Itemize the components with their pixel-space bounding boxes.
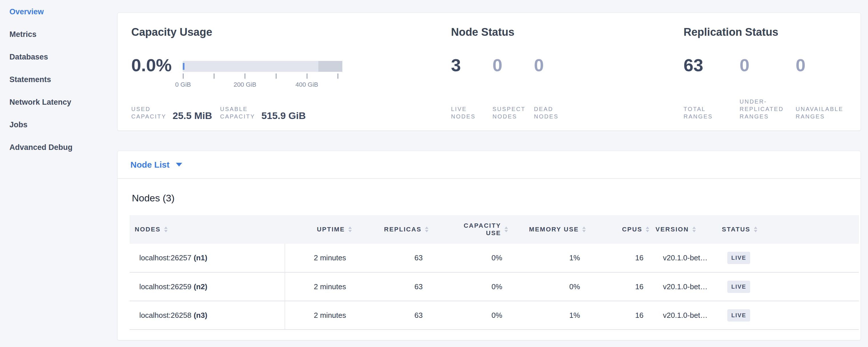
sidebar-item-jobs[interactable]: Jobs [9, 114, 104, 136]
stat-column: 0UNAVAILABLE RANGES [796, 56, 852, 120]
sidebar-nav: OverviewMetricsDatabasesStatementsNetwor… [9, 1, 104, 159]
column-header-label: NODES [135, 226, 161, 233]
column-header-capacity-use[interactable]: CAPACITY USE [430, 215, 509, 244]
node-id: (n2) [194, 282, 207, 291]
node-list-selector-label: Node List [130, 160, 169, 170]
stat-label: TOTAL RANGES [684, 105, 740, 120]
cell-cpus: 16 [587, 244, 650, 272]
node-status-stats: 3LIVE NODES0SUSPECT NODES0DEAD NODES [451, 56, 684, 120]
column-header-label: REPLICAS [384, 226, 422, 233]
node-id: (n1) [194, 253, 207, 262]
capacity-stat: USABLE CAPACITY515.9 GiB [220, 105, 306, 120]
capacity-axis: 0 GiB200 GiB400 GiB [183, 73, 342, 91]
cluster-summary-card: Capacity Usage 0.0% 0 GiB200 GiB400 GiB … [117, 12, 861, 131]
cell-version: v20.1.0-bet… [650, 272, 717, 301]
node-status-title: Node Status [451, 26, 684, 38]
main-content: Capacity Usage 0.0% 0 GiB200 GiB400 GiB … [117, 12, 861, 340]
node-address: localhost:26258 [139, 311, 191, 319]
stat-value: 3 [451, 56, 493, 74]
stat-label: UNAVAILABLE RANGES [796, 105, 852, 120]
stat-value: 0 [796, 56, 852, 74]
sidebar-item-databases[interactable]: Databases [9, 46, 104, 68]
sort-icon [164, 227, 167, 232]
column-header-cpus[interactable]: CPUS [587, 215, 650, 244]
nodes-table-body: localhost:26257(n1)2 minutes630%1%16v20.… [129, 244, 859, 329]
column-header-label: CPUS [622, 226, 642, 233]
cell-memory_use: 0% [509, 272, 587, 301]
cell-replicas: 63 [353, 301, 430, 329]
sidebar-item-statements[interactable]: Statements [9, 68, 104, 91]
node-address: localhost:26259 [139, 282, 191, 291]
cell-version: v20.1.0-bet… [650, 244, 717, 272]
cell-version: v20.1.0-bet… [650, 301, 717, 329]
stat-column: 0SUSPECT NODES [493, 56, 534, 120]
sidebar-item-advanced-debug[interactable]: Advanced Debug [9, 136, 104, 159]
capacity-bar-used-marker [183, 63, 184, 70]
column-header-uptime[interactable]: UPTIME [285, 215, 353, 244]
cell-memory_use: 1% [509, 301, 587, 329]
node-status-section: Node Status 3LIVE NODES0SUSPECT NODES0DE… [451, 26, 684, 120]
sort-icon [425, 227, 428, 232]
column-header-memory-use[interactable]: MEMORY USE [509, 215, 587, 244]
capacity-stat-value: 25.5 MiB [173, 111, 212, 120]
cell-capacity_use: 0% [430, 301, 509, 329]
capacity-stat: USED CAPACITY25.5 MiB [131, 105, 212, 120]
stat-label: SUSPECT NODES [493, 105, 534, 120]
replication-status-title: Replication Status [684, 26, 852, 38]
capacity-stat-value: 515.9 GiB [261, 111, 306, 120]
replication-status-stats: 63TOTAL RANGES0UNDER- REPLICATED RANGES0… [684, 56, 852, 120]
cell-cpus: 16 [587, 301, 650, 329]
capacity-usage-section: Capacity Usage 0.0% 0 GiB200 GiB400 GiB … [131, 26, 451, 120]
capacity-bar-usable-segment [183, 61, 318, 72]
cell-capacity_use: 0% [430, 244, 509, 272]
stat-column: 63TOTAL RANGES [684, 56, 740, 120]
cell-uptime: 2 minutes [285, 301, 353, 329]
sidebar-item-network-latency[interactable]: Network Latency [9, 91, 104, 114]
nodes-heading: Nodes (3) [132, 192, 858, 204]
table-row[interactable]: localhost:26257(n1)2 minutes630%1%16v20.… [129, 244, 859, 272]
capacity-bar-chart: 0 GiB200 GiB400 GiB [183, 61, 342, 91]
status-badge: LIVE [727, 309, 750, 321]
sort-icon [582, 227, 586, 232]
cell-capacity_use: 0% [430, 272, 509, 301]
node-list-selector[interactable]: Node List [118, 151, 861, 179]
cell-uptime: 2 minutes [285, 272, 353, 301]
stat-column: 3LIVE NODES [451, 56, 493, 120]
table-row[interactable]: localhost:26258(n3)2 minutes630%1%16v20.… [129, 301, 859, 329]
sort-icon [504, 227, 508, 232]
column-header-label: MEMORY USE [529, 226, 579, 233]
axis-tick [183, 73, 184, 79]
sidebar-item-overview[interactable]: Overview [9, 1, 104, 23]
column-header-label: CAPACITY USE [464, 222, 501, 237]
stat-value: 0 [740, 56, 796, 74]
axis-tick [276, 73, 277, 79]
stat-column: 0DEAD NODES [534, 56, 576, 120]
column-header-replicas[interactable]: REPLICAS [353, 215, 430, 244]
cell-uptime: 2 minutes [285, 244, 353, 272]
stat-value: 63 [684, 56, 740, 74]
capacity-usage-title: Capacity Usage [131, 26, 451, 38]
axis-tick [245, 73, 245, 79]
stat-value: 0 [493, 56, 534, 74]
table-row[interactable]: localhost:26259(n2)2 minutes630%0%16v20.… [129, 272, 859, 301]
node-address: localhost:26257 [139, 253, 191, 262]
cell-cpus: 16 [587, 272, 650, 301]
stat-column: 0UNDER- REPLICATED RANGES [740, 56, 796, 120]
sidebar-item-metrics[interactable]: Metrics [9, 23, 104, 46]
axis-tick [214, 73, 215, 79]
nodes-table: NODESUPTIMEREPLICASCAPACITY USEMEMORY US… [129, 215, 859, 330]
axis-tick-label: 400 GiB [296, 81, 318, 88]
chevron-down-icon [176, 163, 182, 166]
column-header-version[interactable]: VERSION [650, 215, 717, 244]
status-badge: LIVE [727, 281, 750, 293]
column-header-label: VERSION [655, 226, 689, 233]
status-badge: LIVE [727, 252, 750, 264]
stat-label: LIVE NODES [451, 105, 493, 120]
axis-tick-label: 200 GiB [234, 81, 256, 88]
column-header-nodes[interactable]: NODES [129, 215, 285, 244]
capacity-percent: 0.0% [131, 56, 175, 74]
sort-icon [754, 227, 757, 232]
axis-tick-label: 0 GiB [175, 81, 191, 88]
column-header-status[interactable]: STATUS [717, 215, 859, 244]
replication-status-section: Replication Status 63TOTAL RANGES0UNDER-… [684, 26, 852, 120]
